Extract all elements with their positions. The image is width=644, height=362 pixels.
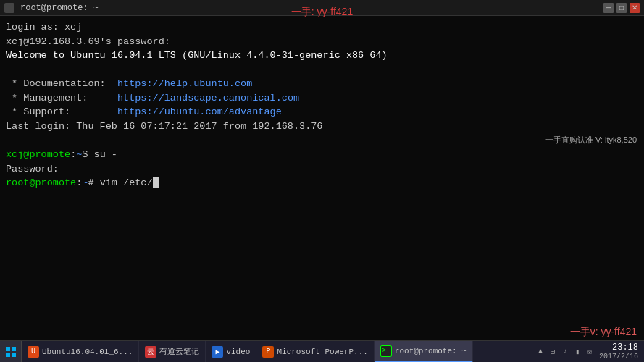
term-line-prompt2: root@promote:~# vim /etc/ xyxy=(6,176,638,190)
taskbar-item-ppt[interactable]: P Microsoft PowerP... xyxy=(256,341,374,363)
term-line-prompt1: xcj@promote:~$ su - xyxy=(6,148,638,162)
clock-time: 23:18 xyxy=(599,342,638,353)
taskbar-item-youdao[interactable]: 云 有道云笔记 xyxy=(139,341,206,363)
term-line-blank2 xyxy=(6,134,638,148)
watermark-bottom: 一手v: yy-ff421 xyxy=(570,326,637,339)
svg-rect-0 xyxy=(6,347,10,351)
term-line-blank1 xyxy=(6,63,638,77)
term-line-3: Welcome to Ubuntu 16.04.1 LTS (GNU/Linux… xyxy=(6,49,638,63)
start-button[interactable] xyxy=(0,341,22,363)
close-button[interactable]: ✕ xyxy=(630,3,640,13)
video-label: video xyxy=(226,348,250,356)
titlebar-controls: ─ □ ✕ xyxy=(603,3,640,13)
clock-date: 2017/2/16 xyxy=(599,353,638,361)
tray-icon-sound: ♪ xyxy=(560,347,570,357)
ubuntu-label: Ubuntu16.04.01_6... xyxy=(42,348,133,356)
tray-icons: ▲ ⊟ ♪ ▮ ✉ xyxy=(535,347,595,357)
svg-rect-2 xyxy=(6,353,10,357)
taskbar-right: ▲ ⊟ ♪ ▮ ✉ 23:18 2017/2/16 xyxy=(535,342,644,361)
taskbar-item-terminal[interactable]: >_ root@promote: ~ xyxy=(375,341,473,363)
tray-icon-battery: ▮ xyxy=(572,347,582,357)
taskbar-item-ubuntu[interactable]: U Ubuntu16.04.01_6... xyxy=(22,341,139,363)
taskbar: U Ubuntu16.04.01_6... 云 有道云笔记 ▶ video P … xyxy=(0,340,644,362)
titlebar-title: root@promote: ~ xyxy=(20,3,99,13)
minimize-button[interactable]: ─ xyxy=(603,3,614,13)
ppt-icon: P xyxy=(262,346,274,358)
term-line-6: * Support: https://ubuntu.com/advantage xyxy=(6,105,638,119)
svg-rect-3 xyxy=(12,353,16,357)
watermark-top: 一手: yy-ff421 xyxy=(291,6,353,19)
term-line-1: login as: xcj xyxy=(6,20,638,35)
tray-icon-network: ⊟ xyxy=(548,347,558,357)
sidenote-top: 一手直购认准 V: ityk8,520 xyxy=(545,135,637,146)
terminal-cursor xyxy=(153,177,159,188)
clock: 23:18 2017/2/16 xyxy=(599,342,638,361)
tray-icon-msg: ✉ xyxy=(585,347,595,357)
tray-icon-1: ▲ xyxy=(535,347,545,357)
term-line-4: * Documentation: https://help.ubuntu.com xyxy=(6,77,638,91)
ppt-label: Microsoft PowerP... xyxy=(277,348,367,356)
terminal-taskbar-icon: >_ xyxy=(380,345,392,357)
titlebar-left: root@promote: ~ xyxy=(4,3,99,13)
maximize-button[interactable]: □ xyxy=(616,3,627,13)
terminal-window[interactable]: login as: xcj xcj@192.168.3.69's passwor… xyxy=(0,16,644,340)
youdao-icon: 云 xyxy=(145,346,156,358)
video-icon: ▶ xyxy=(212,346,223,358)
svg-rect-1 xyxy=(12,347,16,351)
ubuntu-icon: U xyxy=(28,346,39,358)
term-line-2: xcj@192.168.3.69's password: xyxy=(6,35,638,49)
terminal-icon xyxy=(4,3,14,13)
taskbar-item-video[interactable]: ▶ video xyxy=(206,341,256,363)
term-line-5: * Management: https://landscape.canonica… xyxy=(6,91,638,106)
youdao-label: 有道云笔记 xyxy=(159,346,199,357)
terminal-label: root@promote: ~ xyxy=(395,347,467,355)
term-line-8: Password: xyxy=(6,162,638,177)
term-line-7: Last login: Thu Feb 16 07:17:21 2017 fro… xyxy=(6,119,638,134)
